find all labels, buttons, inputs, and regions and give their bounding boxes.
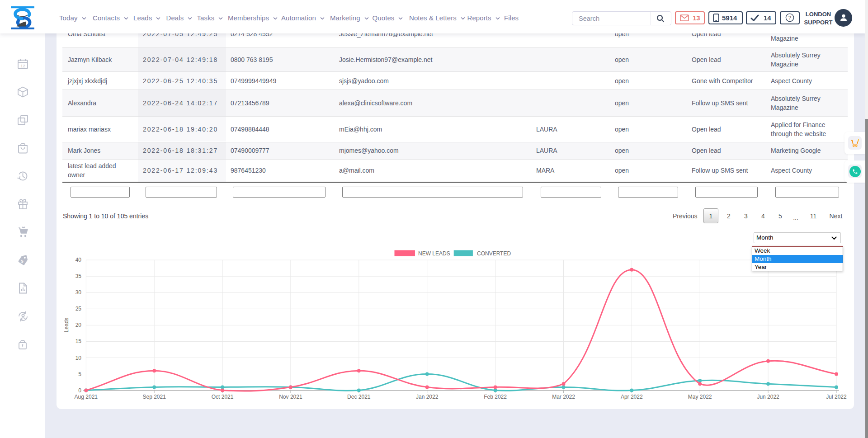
svg-text:?: ? bbox=[788, 15, 791, 20]
svg-text:Dec 2021: Dec 2021 bbox=[347, 394, 371, 400]
svg-text:May 2022: May 2022 bbox=[688, 394, 712, 400]
svg-text:Aug 2021: Aug 2021 bbox=[75, 394, 98, 400]
svg-text:CONVERTED: CONVERTED bbox=[477, 250, 511, 257]
svg-text:40: 40 bbox=[75, 257, 82, 263]
svg-text:Oct 2021: Oct 2021 bbox=[212, 394, 234, 400]
svg-text:Jul 2022: Jul 2022 bbox=[826, 394, 847, 400]
svg-text:Feb 2022: Feb 2022 bbox=[484, 394, 507, 400]
svg-text:Jun 2022: Jun 2022 bbox=[757, 394, 779, 400]
svg-text:NEW LEADS: NEW LEADS bbox=[418, 250, 450, 257]
svg-text:Jan 2022: Jan 2022 bbox=[416, 394, 439, 400]
svg-text:20: 20 bbox=[75, 322, 82, 328]
svg-text:Mar 2022: Mar 2022 bbox=[552, 394, 575, 400]
svg-text:Sep 2021: Sep 2021 bbox=[143, 394, 166, 400]
svg-text:Nov 2021: Nov 2021 bbox=[279, 394, 302, 400]
svg-text:35: 35 bbox=[75, 273, 82, 279]
svg-text:Apr 2022: Apr 2022 bbox=[621, 394, 643, 400]
svg-text:0: 0 bbox=[78, 387, 81, 394]
svg-text:15: 15 bbox=[75, 338, 82, 344]
svg-text:30: 30 bbox=[75, 289, 82, 296]
svg-text:5: 5 bbox=[78, 371, 81, 377]
svg-text:25: 25 bbox=[75, 306, 82, 312]
svg-text:Leads: Leads bbox=[63, 318, 70, 333]
svg-text:10: 10 bbox=[75, 355, 82, 361]
